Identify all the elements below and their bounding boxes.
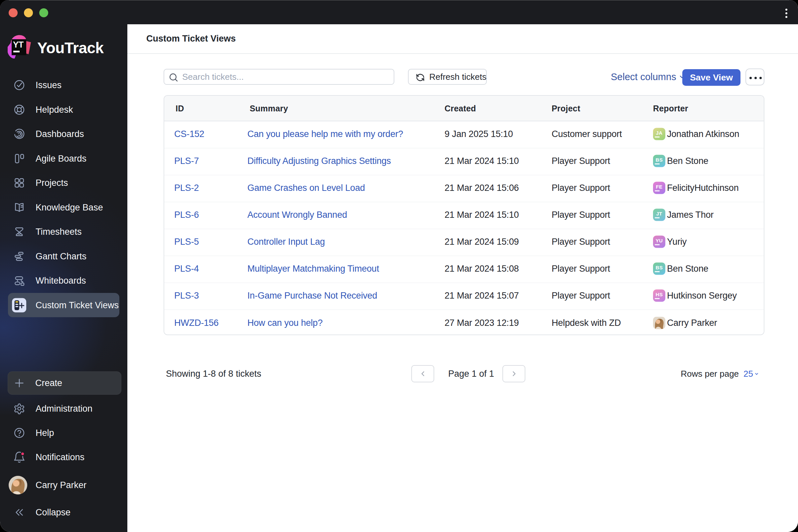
svg-text:YT: YT bbox=[13, 40, 24, 49]
